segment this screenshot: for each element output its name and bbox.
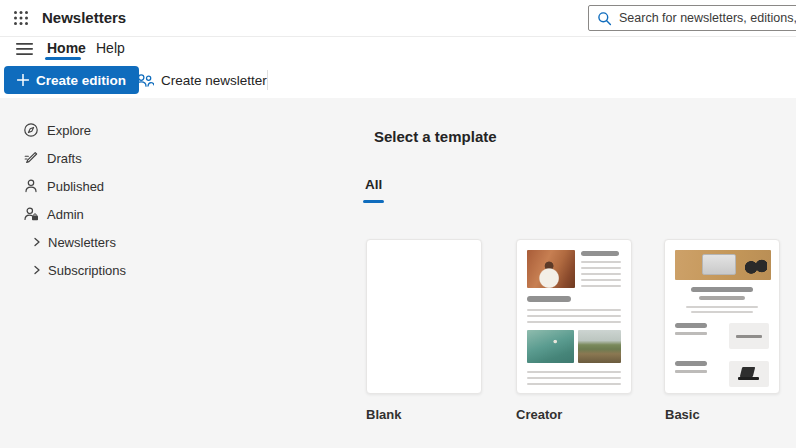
menu-bar: Home Help [0,37,796,62]
chevron-right-icon [31,236,43,248]
template-card-blank[interactable] [366,239,482,394]
page-title: Select a template [374,128,497,145]
creator-photo-portrait [527,250,575,288]
creator-photo-ocean [527,330,574,363]
person-badge-icon [23,206,39,222]
hamburger-menu-icon[interactable] [16,42,33,56]
basic-photo-banner [675,250,771,280]
sidebar-item-explore[interactable]: Explore [0,116,340,144]
sidebar-item-admin[interactable]: Admin [0,200,340,228]
create-edition-label: Create edition [36,73,126,88]
active-tab-indicator [45,57,81,60]
basic-thumbnail [675,250,769,394]
toolbar-divider [267,70,268,90]
newsletters-app: Newsletters Home Help [0,0,796,448]
template-label-basic: Basic [665,407,700,422]
search-input[interactable] [619,11,796,25]
create-newsletter-button[interactable]: Create newsletter [125,66,277,94]
template-label-blank: Blank [366,407,401,422]
tab-home[interactable]: Home [47,40,86,56]
template-card-basic[interactable] [664,239,780,394]
sidebar-item-label: Published [47,179,104,194]
command-toolbar: Create edition Create newsletter [0,62,796,98]
creator-photo-road [578,330,621,363]
create-newsletter-label: Create newsletter [161,73,267,88]
template-label-creator: Creator [516,407,562,422]
active-filter-indicator [363,200,384,203]
app-launcher-waffle-icon[interactable] [13,10,29,26]
top-bar: Newsletters [0,0,796,37]
pen-icon [23,150,39,166]
sidebar-item-label: Admin [47,207,84,222]
compass-icon [23,122,39,138]
template-card-creator[interactable] [516,239,632,394]
search-icon [597,11,612,26]
content-area: Explore Drafts [0,98,796,448]
basic-photo-small-2 [729,361,769,387]
tab-all[interactable]: All [365,177,382,192]
basic-photo-small-1 [729,323,769,349]
sidebar-nav: Explore Drafts [0,116,340,284]
people-icon [135,73,154,88]
sidebar-item-subscriptions[interactable]: Subscriptions [0,256,340,284]
app-title: Newsletters [42,9,126,26]
sidebar-item-label: Drafts [47,151,82,166]
tab-help[interactable]: Help [96,40,125,56]
chevron-right-icon [31,264,43,276]
creator-thumbnail [527,250,621,385]
sidebar-item-label: Newsletters [48,235,116,250]
person-icon [23,178,39,194]
sidebar-item-drafts[interactable]: Drafts [0,144,340,172]
sidebar-item-label: Explore [47,123,91,138]
plus-icon [17,74,29,86]
sidebar-item-label: Subscriptions [48,263,126,278]
sidebar-item-newsletters[interactable]: Newsletters [0,228,340,256]
search-box[interactable] [588,5,796,31]
sidebar-item-published[interactable]: Published [0,172,340,200]
headphones-shape [745,255,767,275]
create-edition-button[interactable]: Create edition [4,66,139,94]
